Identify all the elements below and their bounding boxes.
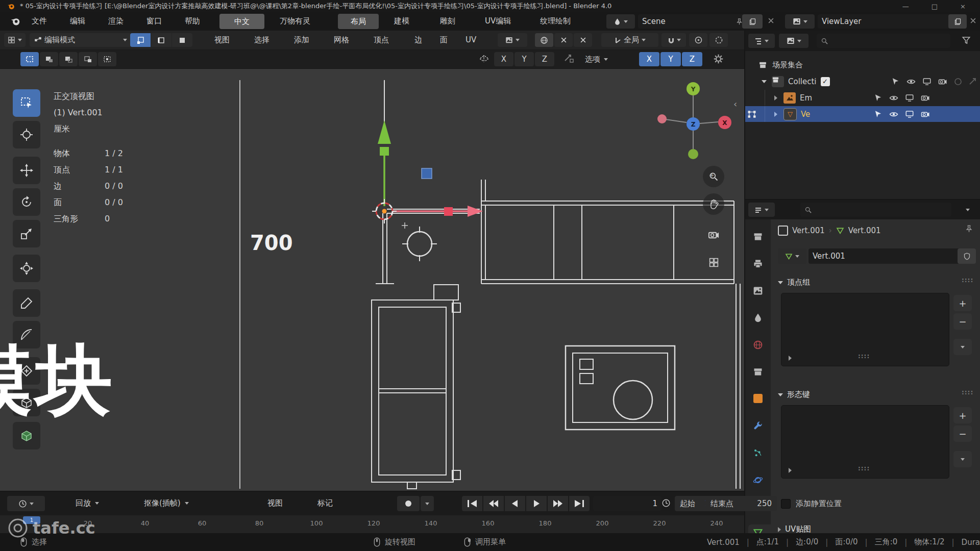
tool-cursor[interactable] (13, 121, 40, 148)
selectable-icon[interactable] (874, 110, 883, 118)
snap-increment-icon[interactable] (564, 54, 574, 64)
scene-name-field[interactable]: Scene (638, 14, 747, 29)
tool-scale[interactable] (13, 220, 40, 247)
list-grip[interactable]: :::: (858, 465, 870, 472)
current-frame-field[interactable]: 1 (593, 496, 662, 511)
viewport-3d[interactable]: 700 正交顶视图 (1) Vert.001 厘米 物体1 / 2 顶点1 / … (0, 69, 744, 491)
tab-collection-icon[interactable] (753, 367, 763, 377)
breadcrumb-data[interactable]: Vert.001 (848, 226, 881, 235)
tab-workspace-uv[interactable]: UV编辑 (485, 16, 511, 26)
eye-icon[interactable] (906, 77, 916, 86)
mesh-name-input[interactable]: Vert.001 (808, 248, 964, 264)
outliner-row-empty[interactable]: Em (745, 90, 980, 106)
list-filter-expand-icon[interactable] (789, 468, 792, 473)
tool-transform[interactable] (13, 255, 40, 282)
viewlayer-copy-button[interactable] (948, 14, 967, 29)
panel-grip[interactable]: :::: (962, 277, 973, 284)
selectable-icon[interactable] (874, 93, 883, 102)
play-reverse-button[interactable] (505, 496, 525, 511)
camera-render-icon[interactable] (938, 77, 947, 86)
fake-user-shield-button[interactable] (958, 248, 976, 264)
outliner-search-input[interactable] (817, 34, 950, 48)
window-maximize-button[interactable]: □ (932, 3, 938, 10)
vertex-groups-panel-header[interactable]: 顶点组 (778, 278, 810, 287)
camera-render-icon[interactable] (921, 93, 930, 103)
gizmo-x-negative[interactable] (657, 114, 667, 123)
eye-icon[interactable] (889, 110, 898, 119)
next-keyframe-button[interactable] (548, 496, 568, 511)
select-extend-button[interactable] (40, 52, 58, 66)
sidebar-collapse-arrow[interactable]: ‹ (733, 98, 737, 109)
tool-annotate[interactable] (13, 289, 40, 317)
mirror-z-button[interactable]: Z (535, 52, 554, 66)
select-new-button[interactable] (20, 52, 39, 66)
select-mode-face-button[interactable] (172, 33, 192, 47)
expand-arrow-icon[interactable] (774, 95, 777, 101)
menu-vertex[interactable]: 顶点 (374, 35, 389, 45)
menu-help[interactable]: 帮助 (185, 16, 200, 26)
overlays-dropdown[interactable] (709, 33, 728, 47)
list-grip[interactable]: :::: (858, 353, 870, 360)
menu-file[interactable]: 文件 (32, 16, 47, 26)
eye-icon[interactable] (889, 93, 898, 103)
selectable-icon[interactable] (891, 77, 900, 86)
shape-keys-list[interactable]: :::: (781, 405, 949, 479)
collection-checkbox[interactable]: ✓ (821, 77, 830, 86)
select-subtract-button[interactable] (59, 52, 78, 66)
navigation-gizmo[interactable]: Y Z X (657, 80, 734, 161)
menu-edge[interactable]: 边 (414, 35, 422, 45)
outliner-row-scene-collection[interactable]: 场景集合 (745, 57, 980, 73)
menu-playback[interactable]: 回放 (76, 498, 99, 508)
tab-object-icon[interactable] (753, 394, 763, 403)
vertex-groups-list[interactable]: :::: (781, 293, 949, 366)
outliner-row-collection[interactable]: Collecti ✓ (745, 73, 980, 89)
monitor-icon[interactable] (922, 77, 932, 86)
shape-key-add-button[interactable]: + (953, 407, 972, 423)
orientation-dropdown[interactable]: 全局 (601, 33, 658, 47)
tab-language[interactable]: 中文 (219, 14, 264, 29)
outliner-row-active-mesh[interactable]: ▽ Ve (745, 106, 980, 122)
frame-end-field[interactable]: 结束点250 (705, 496, 777, 511)
proportional-globe-toggle[interactable] (535, 33, 553, 47)
scene-type-dropdown[interactable] (606, 14, 635, 29)
scene-unlink-button[interactable] (767, 17, 775, 24)
indirect-icon[interactable] (969, 78, 977, 86)
tab-workspace-wanwu[interactable]: 万物有灵 (280, 16, 310, 26)
shading-dropdown[interactable] (498, 33, 527, 47)
menu-add[interactable]: 添加 (294, 35, 309, 45)
tab-workspace-texpaint[interactable]: 纹理绘制 (540, 16, 571, 26)
menu-keying[interactable]: 抠像(插帧) (144, 498, 189, 508)
timeline-ruler[interactable]: 1 20406080100120140160180200220240 (0, 515, 744, 533)
select-mode-edge-button[interactable] (151, 33, 172, 47)
camera-view-button[interactable] (703, 224, 724, 245)
expand-arrow-icon[interactable] (774, 112, 777, 117)
tool-move[interactable] (13, 157, 40, 184)
properties-options-chevron[interactable] (966, 209, 970, 211)
monitor-icon[interactable] (905, 93, 914, 103)
tab-world-icon[interactable] (753, 340, 763, 350)
pin-icon[interactable] (965, 224, 973, 233)
snap-toggle-1[interactable] (554, 33, 573, 47)
snap-toggle-2[interactable] (574, 33, 592, 47)
timeline-editor-type-dropdown[interactable] (7, 496, 45, 511)
shape-keys-panel-header[interactable]: 形态键 (778, 390, 810, 399)
menu-timeline-view[interactable]: 视图 (267, 498, 283, 508)
rest-position-checkbox[interactable] (781, 499, 791, 509)
menu-markers[interactable]: 标记 (317, 498, 333, 508)
shape-key-remove-button[interactable]: − (953, 425, 972, 442)
grid-ortho-button[interactable] (703, 252, 724, 273)
select-intersect-button[interactable] (98, 52, 116, 66)
mirror-x-button[interactable]: X (494, 52, 513, 66)
tab-output-icon[interactable] (753, 259, 763, 269)
menu-face[interactable]: 面 (440, 35, 448, 45)
properties-search-input[interactable] (800, 203, 951, 217)
pan-hand-button[interactable] (703, 193, 724, 215)
tab-physics-icon[interactable] (753, 475, 763, 485)
mesh-data-dropdown[interactable] (778, 248, 806, 264)
menu-mesh[interactable]: 网格 (334, 35, 349, 45)
tab-workspace-modeling[interactable]: 建模 (394, 16, 409, 26)
menu-render[interactable]: 渲染 (108, 16, 124, 26)
tab-tool-icon[interactable] (753, 232, 763, 242)
menu-window[interactable]: 窗口 (146, 16, 162, 26)
vertex-group-specials-dropdown[interactable] (953, 339, 972, 355)
